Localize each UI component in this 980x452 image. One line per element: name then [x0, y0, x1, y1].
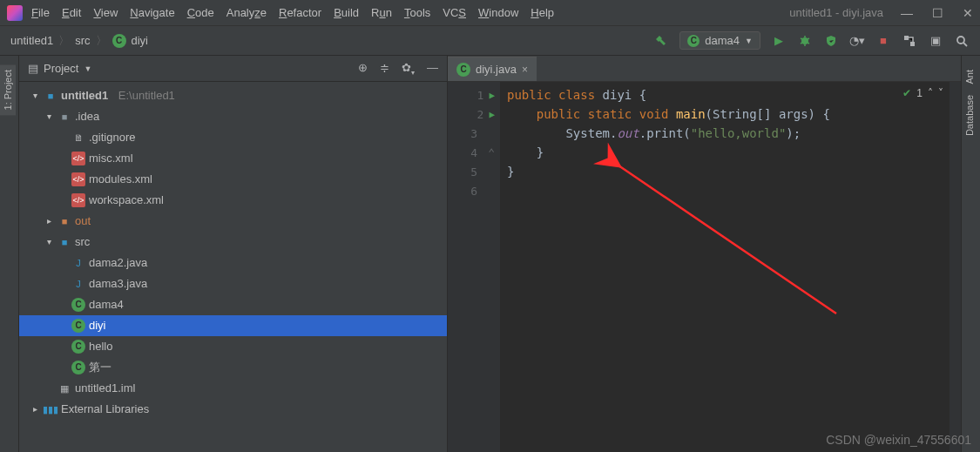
breadcrumb-file[interactable]: diyi [132, 34, 149, 47]
select-opened-icon[interactable]: ⊕ [358, 61, 368, 77]
close-tab-icon[interactable]: × [522, 64, 528, 76]
tree-gitignore[interactable]: ▸ 🗎 .gitignore [19, 127, 447, 148]
window-title: untitled1 - diyi.java [789, 6, 883, 19]
run-icon[interactable]: ▶ [771, 33, 787, 49]
check-icon: ✔ [902, 87, 911, 99]
prev-highlight-icon[interactable]: ˄ [928, 87, 933, 99]
tree-file-dama4[interactable]: ▸ C dama4 [19, 294, 447, 315]
hammer-icon[interactable] [653, 33, 669, 49]
tab-label: diyi.java [476, 63, 517, 76]
menu-code[interactable]: Code [187, 6, 214, 19]
tree-file-diyi[interactable]: ▸ C diyi [19, 315, 447, 336]
profiler-icon[interactable]: ◔▾ [849, 33, 865, 49]
menu-refactor[interactable]: Refactor [279, 6, 321, 19]
gutter-run-icon[interactable]: ▶ [489, 109, 495, 120]
hide-panel-icon[interactable]: — [427, 61, 438, 77]
debug-icon[interactable] [797, 33, 813, 49]
tree-misc-xml[interactable]: ▸ </> misc.xml [19, 148, 447, 169]
sidebar-tab-project[interactable]: 1: Project [0, 64, 16, 115]
chevron-down-icon: ▼ [745, 37, 753, 45]
marker-bar[interactable] [949, 82, 961, 452]
class-icon: C [456, 63, 470, 77]
rerun-tests-icon[interactable]: ▣ [928, 33, 943, 49]
tree-file-diyi-cn[interactable]: ▸ C 第一 [19, 357, 447, 378]
gutter-run-icon[interactable]: ▶ [489, 90, 495, 101]
app-icon [7, 5, 23, 21]
menu-run[interactable]: Run [371, 6, 392, 19]
run-config-selector[interactable]: C dama4 ▼ [679, 31, 760, 50]
svg-rect-2 [910, 42, 915, 46]
tree-out-folder[interactable]: ▸ ■ out [19, 211, 447, 232]
breadcrumb: untitled1 〉 src 〉 C diyi [10, 33, 148, 49]
tree-project-root[interactable]: ▾ ■ untitled1 E:\untitled1 [19, 85, 447, 106]
tree-idea-folder[interactable]: ▾ ■ .idea [19, 106, 447, 127]
tree-modules-xml[interactable]: ▸ </> modules.xml [19, 169, 447, 190]
code-editor[interactable]: public class diyi { public static void m… [500, 82, 949, 452]
menu-edit[interactable]: Edit [62, 6, 81, 19]
watermark: CSDN @weixin_47556601 [826, 433, 971, 447]
menu-view[interactable]: View [93, 6, 118, 19]
svg-rect-1 [904, 36, 909, 40]
tree-workspace-xml[interactable]: ▸ </> workspace.xml [19, 190, 447, 211]
class-icon: C [71, 298, 85, 312]
class-icon: C [112, 34, 126, 48]
menu-analyze[interactable]: Analyze [226, 6, 267, 19]
project-panel-icon: ▤ [28, 62, 38, 75]
search-icon[interactable] [954, 33, 970, 49]
menu-help[interactable]: Help [531, 6, 554, 19]
breadcrumb-folder[interactable]: src [75, 34, 90, 47]
inspection-status[interactable]: ✔ 1 ˄ ˅ [902, 87, 943, 99]
main-menu: File Edit View Navigate Code Analyze Ref… [31, 6, 772, 19]
class-icon: C [687, 35, 700, 47]
menu-vcs[interactable]: VCS [443, 6, 466, 19]
class-icon: C [71, 361, 85, 374]
class-icon: C [71, 340, 85, 354]
tree-file-dama2[interactable]: ▸ J dama2.java [19, 253, 447, 273]
tree-iml[interactable]: ▸ ▦ untitled1.iml [19, 378, 447, 399]
project-panel-title: Project [44, 62, 78, 75]
expand-all-icon[interactable]: ≑ [380, 61, 389, 77]
sidebar-tab-database[interactable]: Database [962, 90, 977, 141]
git-icon[interactable] [902, 33, 917, 49]
breadcrumb-root[interactable]: untitled1 [10, 34, 53, 47]
stop-icon[interactable]: ■ [875, 33, 891, 49]
close-icon[interactable]: ✕ [963, 6, 973, 20]
menu-build[interactable]: Build [334, 6, 359, 19]
chevron-down-icon[interactable]: ▼ [84, 64, 91, 73]
menu-file[interactable]: File [31, 6, 50, 19]
next-highlight-icon[interactable]: ˅ [938, 87, 943, 99]
panel-settings-icon[interactable]: ✿▾ [402, 61, 415, 77]
maximize-icon[interactable]: ☐ [932, 6, 943, 20]
tree-file-dama3[interactable]: ▸ J dama3.java [19, 273, 447, 294]
menu-navigate[interactable]: Navigate [130, 6, 174, 19]
minimize-icon[interactable]: — [901, 6, 913, 20]
svg-point-3 [957, 37, 964, 44]
sidebar-tab-ant[interactable]: Ant [962, 64, 977, 90]
editor-tab-diyi[interactable]: C diyi.java × [448, 57, 537, 81]
menu-window[interactable]: Window [478, 6, 518, 19]
run-config-label: dama4 [705, 34, 740, 47]
project-tree: ▾ ■ untitled1 E:\untitled1 ▾ ■ .idea ▸ 🗎… [19, 82, 447, 452]
menu-tools[interactable]: Tools [404, 6, 430, 19]
editor-gutter: 1▶ 2▶ 3 4⌃ 5 6 [448, 82, 500, 452]
coverage-icon[interactable] [823, 33, 839, 49]
tree-src-folder[interactable]: ▾ ■ src [19, 232, 447, 253]
tree-file-hello[interactable]: ▸ C hello [19, 336, 447, 357]
tree-external-libs[interactable]: ▸ ▮▮▮ External Libraries [19, 399, 447, 420]
class-icon: C [71, 319, 85, 333]
svg-point-0 [801, 37, 808, 44]
